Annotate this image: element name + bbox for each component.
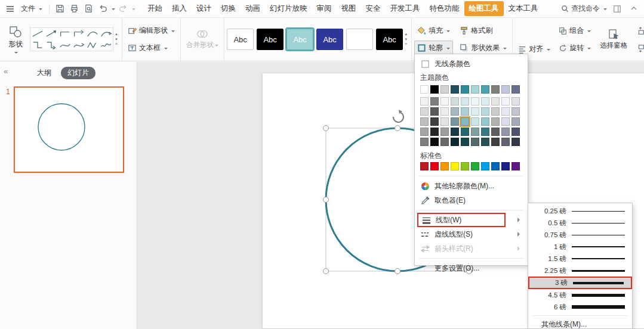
theme-color-swatch[interactable] [451, 85, 459, 94]
menu-item-line-style[interactable]: 线型(W) [415, 213, 528, 227]
theme-color-swatch[interactable] [461, 97, 469, 105]
theme-color-swatch[interactable] [471, 85, 479, 94]
line-weight-option[interactable]: 1.5 磅 [528, 253, 632, 265]
menu-item-more-outline-colors[interactable]: 其他轮廓颜色(M)... [415, 179, 528, 193]
theme-color-swatch[interactable] [511, 97, 520, 105]
theme-color-swatch[interactable] [420, 107, 429, 116]
save-icon[interactable] [53, 2, 66, 15]
theme-color-swatch[interactable] [491, 138, 500, 146]
menu-tab[interactable]: 插入 [167, 1, 192, 16]
style-gallery-scroll[interactable]: ▴▾≡ [403, 32, 409, 47]
theme-color-swatch[interactable] [451, 107, 459, 116]
theme-color-swatch[interactable] [451, 97, 459, 105]
theme-color-swatch[interactable] [491, 107, 500, 116]
theme-color-swatch[interactable] [481, 97, 489, 105]
standard-color-swatch[interactable] [430, 162, 439, 170]
rotate-button[interactable]: 旋转 [556, 41, 594, 55]
hamburger-icon[interactable] [4, 2, 17, 15]
menu-tab[interactable]: 安全 [361, 1, 386, 16]
line-weight-option-selected[interactable]: 3 磅 [528, 277, 632, 289]
theme-color-swatch[interactable] [451, 128, 459, 136]
theme-color-swatch[interactable] [501, 85, 510, 94]
menu-item-arrow-style[interactable]: 箭头样式(R) [415, 241, 528, 256]
menu-tab[interactable]: 开始 [143, 1, 167, 16]
menu-item-no-line-color[interactable]: 无线条颜色 [415, 57, 528, 71]
standard-color-swatch[interactable] [471, 162, 479, 170]
theme-color-swatch[interactable] [511, 128, 520, 136]
theme-color-swatch[interactable] [511, 107, 520, 116]
theme-color-swatch[interactable] [430, 138, 439, 146]
menu-tab[interactable]: 文本工具 [504, 1, 543, 16]
theme-color-swatch[interactable] [420, 138, 429, 146]
merge-shapes-button[interactable]: 合并形状 [183, 27, 221, 51]
theme-color-swatch[interactable] [440, 97, 449, 105]
menu-item-dash-style[interactable]: 虚线线型(S) [415, 227, 528, 241]
standard-color-swatch[interactable] [451, 162, 459, 170]
standard-color-swatch[interactable] [440, 162, 449, 170]
standard-color-swatch[interactable] [481, 162, 489, 170]
theme-color-swatch[interactable] [451, 138, 459, 146]
theme-color-swatch[interactable] [471, 117, 479, 126]
shape-style-preset[interactable]: Abc [286, 29, 313, 50]
theme-color-swatch[interactable] [461, 85, 469, 94]
tab-slides[interactable]: 幻灯片 [61, 67, 95, 79]
theme-color-swatch[interactable] [491, 97, 500, 105]
theme-color-swatch[interactable] [430, 97, 439, 105]
standard-color-swatch[interactable] [501, 162, 510, 170]
theme-color-swatch[interactable] [471, 97, 479, 105]
menu-tab[interactable]: 绘图工具 [464, 1, 504, 16]
theme-color-swatch[interactable] [430, 107, 439, 116]
collapse-ribbon-icon[interactable] [627, 2, 640, 15]
shape-style-preset[interactable]: Abc [346, 29, 373, 50]
line-weight-option[interactable]: 0.5 磅 [528, 217, 632, 229]
theme-color-swatch[interactable] [440, 85, 449, 94]
menu-tab[interactable]: 切换 [216, 1, 241, 16]
theme-color-swatch[interactable] [511, 117, 520, 126]
menu-tab[interactable]: 动画 [241, 1, 265, 16]
theme-color-swatch[interactable] [461, 138, 469, 146]
theme-color-swatch[interactable] [501, 138, 510, 146]
theme-color-swatch[interactable] [501, 117, 510, 126]
theme-color-swatch[interactable] [430, 117, 439, 126]
collapse-panel-icon[interactable]: « [4, 67, 8, 76]
shape-style-preset[interactable]: Abc [227, 29, 254, 50]
theme-color-swatch[interactable] [440, 117, 449, 126]
pane-icon[interactable] [611, 2, 624, 15]
fill-button[interactable]: 填充 [414, 23, 453, 38]
undo-icon[interactable] [96, 2, 109, 15]
shape-gallery[interactable] [30, 27, 113, 51]
line-weight-option[interactable]: 2.25 磅 [528, 265, 632, 277]
shape-style-preset[interactable]: Abc [376, 29, 403, 50]
theme-color-swatch[interactable] [501, 97, 510, 105]
redo-icon[interactable] [116, 2, 130, 15]
find-command[interactable]: 查找命令 [561, 4, 607, 14]
edit-shape-button[interactable]: 编辑形状 [125, 23, 178, 38]
format-painter-button[interactable]: 格式刷 [457, 23, 510, 38]
menu-item-more-lines[interactable]: 其他线条(M)... [528, 318, 632, 329]
theme-color-swatch[interactable] [440, 128, 449, 136]
line-weight-option[interactable]: 1 磅 [528, 241, 632, 253]
theme-color-swatch[interactable] [491, 128, 500, 136]
menu-tab[interactable]: 特色功能 [425, 1, 464, 16]
menu-tab[interactable]: 视图 [337, 1, 361, 16]
theme-color-swatch[interactable] [481, 107, 489, 116]
theme-color-swatch[interactable] [481, 128, 489, 136]
line-weight-option[interactable]: 0.75 磅 [528, 229, 632, 241]
theme-color-swatch[interactable] [491, 85, 500, 94]
theme-color-swatch[interactable] [430, 85, 439, 94]
standard-color-swatch[interactable] [491, 162, 500, 170]
standard-color-swatch[interactable] [420, 162, 429, 170]
theme-color-swatch[interactable] [420, 117, 429, 126]
menu-item-eyedropper[interactable]: 取色器(E) [415, 193, 528, 207]
shape-gallery-scroll[interactable]: ▴▾≡ [113, 32, 119, 47]
menu-tab[interactable]: 开发工具 [386, 1, 425, 16]
undo-chevron-icon[interactable] [112, 8, 115, 12]
theme-color-swatch[interactable] [481, 138, 489, 146]
selection-pane-button[interactable]: 选择窗格 [597, 27, 630, 51]
bring-forward-button[interactable]: 上移一层 [633, 23, 644, 38]
theme-color-swatch[interactable] [471, 107, 479, 116]
group-button[interactable]: 组合 [556, 23, 594, 38]
standard-color-swatch[interactable] [511, 162, 520, 170]
theme-color-swatch[interactable] [430, 128, 439, 136]
theme-color-swatch[interactable] [481, 117, 489, 126]
